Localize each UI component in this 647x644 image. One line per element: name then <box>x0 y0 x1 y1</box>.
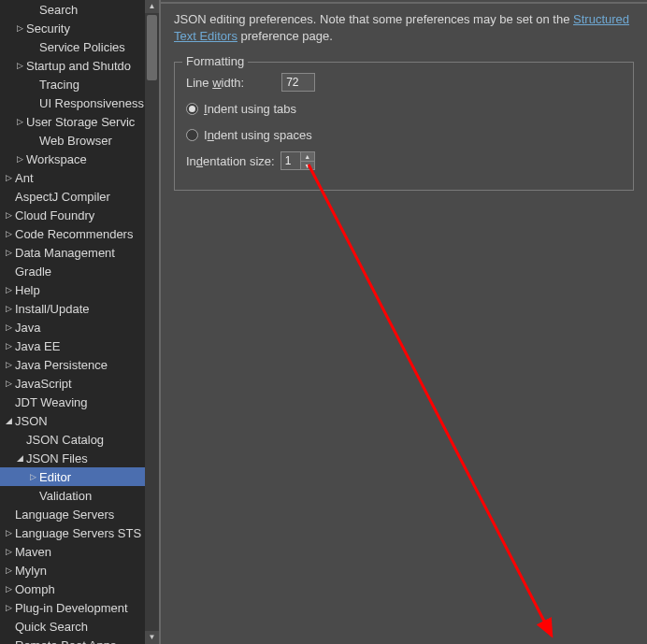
tree-item-web-browser[interactable]: ▷Web Browser <box>0 131 159 150</box>
tree-item-label: Quick Search <box>13 620 88 634</box>
tree-item-label: Startup and Shutdo <box>24 59 131 73</box>
tree-item-json[interactable]: ◢JSON <box>0 411 159 430</box>
preferences-content: JSON editing preferences. Note that some… <box>159 0 647 644</box>
tree-item-label: JSON Files <box>24 451 88 465</box>
tree-item-java-persistence[interactable]: ▷Java Persistence <box>0 355 159 374</box>
expand-right-icon[interactable]: ▷ <box>4 229 13 238</box>
tree-item-label: UI Responsiveness <box>37 96 144 110</box>
tree-item-label: User Storage Servic <box>24 115 135 129</box>
tree-item-json-catalog[interactable]: ▷JSON Catalog <box>0 430 159 449</box>
scroll-up-button[interactable]: ▲ <box>145 0 159 13</box>
tree-item-startup-and-shutdo[interactable]: ▷Startup and Shutdo <box>0 56 159 75</box>
tree-item-plug-in-development[interactable]: ▷Plug-in Development <box>0 598 159 617</box>
indentation-size-label: Indentation size: <box>186 154 275 168</box>
desc-prefix: JSON editing preferences. Note that some… <box>174 12 573 26</box>
expand-right-icon[interactable]: ▷ <box>15 117 24 126</box>
expand-right-icon[interactable]: ▷ <box>4 603 13 612</box>
line-width-input[interactable] <box>281 73 315 92</box>
tree-item-ant[interactable]: ▷Ant <box>0 168 159 187</box>
expand-right-icon[interactable]: ▷ <box>4 285 13 294</box>
tree-item-label: Data Management <box>13 246 115 260</box>
tree-item-code-recommenders[interactable]: ▷Code Recommenders <box>0 224 159 243</box>
tree-item-label: JDT Weaving <box>13 395 88 409</box>
tree-item-java[interactable]: ▷Java <box>0 318 159 336</box>
formatting-group: Formatting Line width: Indent using tabs… <box>174 62 634 191</box>
tree-item-label: Help <box>13 283 40 297</box>
tree-item-help[interactable]: ▷Help <box>0 280 159 299</box>
scroll-down-button[interactable]: ▼ <box>145 631 159 644</box>
tree-item-aspectj-compiler[interactable]: ▷AspectJ Compiler <box>0 187 159 206</box>
spinner-down-button[interactable]: ▼ <box>301 161 314 169</box>
indent-spaces-radio[interactable] <box>186 129 198 141</box>
preferences-tree: ▷Search▷Security▷Service Policies▷Startu… <box>0 0 159 644</box>
tree-item-oomph[interactable]: ▷Oomph <box>0 580 159 598</box>
tree-item-label: Code Recommenders <box>13 227 133 241</box>
description-text: JSON editing preferences. Note that some… <box>174 11 634 45</box>
tree-item-label: Mylyn <box>13 564 47 578</box>
expand-right-icon[interactable]: ▷ <box>4 360 13 369</box>
tree-item-label: JSON <box>13 414 48 428</box>
expand-right-icon[interactable]: ▷ <box>15 23 24 33</box>
tree-item-gradle[interactable]: ▷Gradle <box>0 262 159 280</box>
expand-right-icon[interactable]: ▷ <box>4 528 13 537</box>
tree-item-label: Service Policies <box>37 40 125 54</box>
expand-right-icon[interactable]: ▷ <box>4 322 13 332</box>
tree-item-java-ee[interactable]: ▷Java EE <box>0 336 159 355</box>
tree-item-label: Editor <box>37 470 71 484</box>
tree-item-maven[interactable]: ▷Maven <box>0 542 159 561</box>
tree-item-label: Language Servers STS <box>13 526 141 540</box>
scrollbar-thumb[interactable] <box>147 15 157 80</box>
tree-item-label: Tracing <box>37 78 79 92</box>
tree-item-quick-search[interactable]: ▷Quick Search <box>0 617 159 636</box>
tree-item-label: Remote Boot Apps <box>13 638 116 645</box>
expand-right-icon[interactable]: ▷ <box>15 154 24 164</box>
expand-right-icon[interactable]: ▷ <box>4 210 13 220</box>
expand-down-icon[interactable]: ◢ <box>15 453 24 463</box>
indent-tabs-radio[interactable] <box>186 103 198 115</box>
tree-item-label: Oomph <box>13 582 55 596</box>
expand-right-icon[interactable]: ▷ <box>4 341 13 351</box>
tree-item-json-files[interactable]: ◢JSON Files <box>0 449 159 467</box>
expand-right-icon[interactable]: ▷ <box>4 173 13 182</box>
line-width-label: Line width: <box>186 76 244 90</box>
expand-down-icon[interactable]: ◢ <box>4 416 13 425</box>
tree-item-label: AspectJ Compiler <box>13 190 110 204</box>
tree-item-label: Ant <box>13 171 34 185</box>
tree-item-label: Workspace <box>24 152 87 166</box>
expand-right-icon[interactable]: ▷ <box>4 248 13 257</box>
tree-item-label: Web Browser <box>37 134 112 148</box>
tree-item-validation[interactable]: ▷Validation <box>0 486 159 505</box>
tree-item-remote-boot-apps[interactable]: ▷Remote Boot Apps <box>0 636 159 644</box>
tree-item-language-servers-sts[interactable]: ▷Language Servers STS <box>0 523 159 542</box>
tree-item-cloud-foundry[interactable]: ▷Cloud Foundry <box>0 206 159 224</box>
expand-right-icon[interactable]: ▷ <box>4 565 13 575</box>
tree-item-install-update[interactable]: ▷Install/Update <box>0 299 159 318</box>
expand-right-icon[interactable]: ▷ <box>4 379 13 388</box>
tree-item-tracing[interactable]: ▷Tracing <box>0 75 159 93</box>
expand-right-icon[interactable]: ▷ <box>4 584 13 594</box>
tree-item-service-policies[interactable]: ▷Service Policies <box>0 37 159 56</box>
tree-item-editor[interactable]: ▷Editor <box>0 467 159 486</box>
tree-item-javascript[interactable]: ▷JavaScript <box>0 374 159 393</box>
tree-item-search[interactable]: ▷Search <box>0 0 159 19</box>
sidebar-scrollbar[interactable]: ▲ ▼ <box>145 0 159 644</box>
tree-item-label: JSON Catalog <box>24 433 104 447</box>
tree-item-label: Java EE <box>13 339 60 353</box>
tree-item-user-storage-servic[interactable]: ▷User Storage Servic <box>0 112 159 131</box>
tree-item-security[interactable]: ▷Security <box>0 19 159 37</box>
expand-right-icon[interactable]: ▷ <box>15 61 24 70</box>
tree-item-workspace[interactable]: ▷Workspace <box>0 150 159 168</box>
tree-item-data-management[interactable]: ▷Data Management <box>0 243 159 262</box>
tree-item-language-servers[interactable]: ▷Language Servers <box>0 505 159 523</box>
indentation-size-input[interactable] <box>280 151 301 170</box>
tree-item-label: JavaScript <box>13 377 72 391</box>
expand-right-icon[interactable]: ▷ <box>4 547 13 556</box>
expand-right-icon[interactable]: ▷ <box>4 304 13 313</box>
tree-item-mylyn[interactable]: ▷Mylyn <box>0 561 159 580</box>
spinner-up-button[interactable]: ▲ <box>301 152 314 161</box>
tree-item-jdt-weaving[interactable]: ▷JDT Weaving <box>0 393 159 411</box>
expand-right-icon[interactable]: ▷ <box>28 472 37 481</box>
tree-item-ui-responsiveness[interactable]: ▷UI Responsiveness <box>0 93 159 112</box>
tree-item-label: Cloud Foundry <box>13 208 94 222</box>
tree-item-label: Search <box>37 3 78 17</box>
